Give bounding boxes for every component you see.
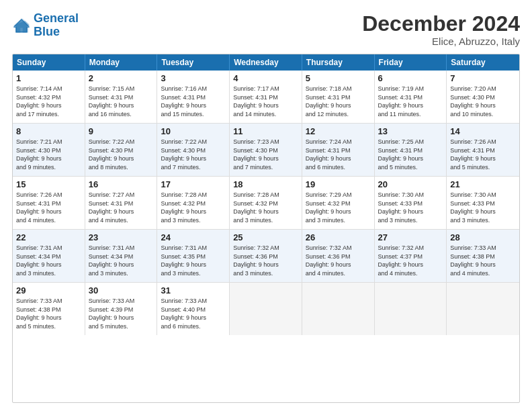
logo-text: General Blue (34, 12, 79, 39)
calendar-cell: 21Sunrise: 7:30 AMSunset: 4:33 PMDayligh… (447, 177, 519, 229)
logo-line2: Blue (34, 25, 60, 38)
day-number: 19 (306, 179, 371, 189)
day-info: Sunrise: 7:31 AMSunset: 4:34 PMDaylight:… (16, 244, 81, 277)
day-number: 31 (161, 285, 226, 295)
day-info: Sunrise: 7:25 AMSunset: 4:31 PMDaylight:… (378, 138, 443, 171)
calendar-cell: 2Sunrise: 7:15 AMSunset: 4:31 PMDaylight… (85, 71, 158, 123)
calendar-row-4: 29Sunrise: 7:33 AMSunset: 4:38 PMDayligh… (13, 282, 519, 335)
day-info: Sunrise: 7:32 AMSunset: 4:36 PMDaylight:… (306, 244, 371, 277)
day-number: 25 (233, 232, 298, 242)
calendar-cell (230, 283, 302, 335)
header: General Blue December 2024 Elice, Abruzz… (12, 12, 520, 47)
calendar-cell: 13Sunrise: 7:25 AMSunset: 4:31 PMDayligh… (375, 124, 447, 176)
calendar-cell: 16Sunrise: 7:27 AMSunset: 4:31 PMDayligh… (85, 177, 158, 229)
calendar-cell: 11Sunrise: 7:23 AMSunset: 4:30 PMDayligh… (230, 124, 302, 176)
calendar-cell: 31Sunrise: 7:33 AMSunset: 4:40 PMDayligh… (157, 283, 230, 335)
calendar-cell: 9Sunrise: 7:22 AMSunset: 4:30 PMDaylight… (85, 124, 158, 176)
calendar-cell (375, 283, 447, 335)
day-number: 18 (233, 179, 298, 189)
header-wednesday: Wednesday (230, 54, 302, 71)
day-info: Sunrise: 7:21 AMSunset: 4:30 PMDaylight:… (16, 138, 81, 171)
day-info: Sunrise: 7:28 AMSunset: 4:32 PMDaylight:… (161, 191, 226, 224)
day-info: Sunrise: 7:30 AMSunset: 4:33 PMDaylight:… (450, 191, 516, 224)
day-number: 11 (233, 126, 298, 136)
calendar-cell: 3Sunrise: 7:16 AMSunset: 4:31 PMDaylight… (157, 71, 230, 123)
calendar-body: 1Sunrise: 7:14 AMSunset: 4:32 PMDaylight… (13, 71, 519, 335)
day-info: Sunrise: 7:24 AMSunset: 4:31 PMDaylight:… (306, 138, 371, 171)
day-info: Sunrise: 7:29 AMSunset: 4:32 PMDaylight:… (306, 191, 371, 224)
calendar-cell: 12Sunrise: 7:24 AMSunset: 4:31 PMDayligh… (302, 124, 375, 176)
day-number: 26 (306, 232, 371, 242)
calendar-cell: 4Sunrise: 7:17 AMSunset: 4:31 PMDaylight… (230, 71, 302, 123)
day-number: 3 (161, 73, 226, 83)
day-number: 1 (16, 73, 81, 83)
day-info: Sunrise: 7:26 AMSunset: 4:31 PMDaylight:… (450, 138, 516, 171)
day-info: Sunrise: 7:23 AMSunset: 4:30 PMDaylight:… (233, 138, 298, 171)
header-monday: Monday (85, 54, 158, 71)
day-number: 21 (450, 179, 516, 189)
day-number: 15 (16, 179, 81, 189)
calendar-cell: 27Sunrise: 7:32 AMSunset: 4:37 PMDayligh… (375, 230, 447, 282)
day-number: 27 (378, 232, 443, 242)
calendar-cell: 22Sunrise: 7:31 AMSunset: 4:34 PMDayligh… (13, 230, 85, 282)
location: Elice, Abruzzo, Italy (362, 36, 520, 47)
day-info: Sunrise: 7:31 AMSunset: 4:35 PMDaylight:… (161, 244, 226, 277)
day-number: 10 (161, 126, 226, 136)
day-info: Sunrise: 7:22 AMSunset: 4:30 PMDaylight:… (89, 138, 154, 171)
calendar-cell: 6Sunrise: 7:19 AMSunset: 4:31 PMDaylight… (375, 71, 447, 123)
day-info: Sunrise: 7:28 AMSunset: 4:32 PMDaylight:… (233, 191, 298, 224)
page: General Blue December 2024 Elice, Abruzz… (0, 0, 532, 411)
calendar-cell: 29Sunrise: 7:33 AMSunset: 4:38 PMDayligh… (13, 283, 85, 335)
calendar-cell: 7Sunrise: 7:20 AMSunset: 4:30 PMDaylight… (447, 71, 519, 123)
day-number: 4 (233, 73, 298, 83)
logo-icon (12, 16, 31, 35)
day-info: Sunrise: 7:31 AMSunset: 4:34 PMDaylight:… (89, 244, 154, 277)
day-info: Sunrise: 7:26 AMSunset: 4:31 PMDaylight:… (16, 191, 81, 224)
month-title: December 2024 (362, 12, 520, 36)
day-number: 29 (16, 285, 81, 295)
calendar-cell: 28Sunrise: 7:33 AMSunset: 4:38 PMDayligh… (447, 230, 519, 282)
calendar-row-2: 15Sunrise: 7:26 AMSunset: 4:31 PMDayligh… (13, 176, 519, 229)
day-number: 2 (89, 73, 154, 83)
day-info: Sunrise: 7:14 AMSunset: 4:32 PMDaylight:… (16, 85, 81, 118)
calendar-cell: 25Sunrise: 7:32 AMSunset: 4:36 PMDayligh… (230, 230, 302, 282)
day-info: Sunrise: 7:33 AMSunset: 4:38 PMDaylight:… (450, 244, 516, 277)
title-block: December 2024 Elice, Abruzzo, Italy (362, 12, 520, 47)
calendar-cell: 20Sunrise: 7:30 AMSunset: 4:33 PMDayligh… (375, 177, 447, 229)
day-info: Sunrise: 7:16 AMSunset: 4:31 PMDaylight:… (161, 85, 226, 118)
calendar-row-1: 8Sunrise: 7:21 AMSunset: 4:30 PMDaylight… (13, 123, 519, 176)
day-info: Sunrise: 7:33 AMSunset: 4:38 PMDaylight:… (16, 297, 81, 330)
day-info: Sunrise: 7:20 AMSunset: 4:30 PMDaylight:… (450, 85, 516, 118)
calendar-row-3: 22Sunrise: 7:31 AMSunset: 4:34 PMDayligh… (13, 229, 519, 282)
day-info: Sunrise: 7:17 AMSunset: 4:31 PMDaylight:… (233, 85, 298, 118)
day-info: Sunrise: 7:19 AMSunset: 4:31 PMDaylight:… (378, 85, 443, 118)
day-number: 17 (161, 179, 226, 189)
day-number: 7 (450, 73, 516, 83)
day-number: 20 (378, 179, 443, 189)
day-number: 6 (378, 73, 443, 83)
day-number: 23 (89, 232, 154, 242)
calendar-cell: 30Sunrise: 7:33 AMSunset: 4:39 PMDayligh… (85, 283, 158, 335)
day-number: 30 (89, 285, 154, 295)
calendar-cell: 23Sunrise: 7:31 AMSunset: 4:34 PMDayligh… (85, 230, 158, 282)
calendar-cell: 8Sunrise: 7:21 AMSunset: 4:30 PMDaylight… (13, 124, 85, 176)
day-info: Sunrise: 7:32 AMSunset: 4:36 PMDaylight:… (233, 244, 298, 277)
logo-line1: General (34, 11, 79, 25)
calendar-cell: 19Sunrise: 7:29 AMSunset: 4:32 PMDayligh… (302, 177, 375, 229)
calendar-cell (447, 283, 519, 335)
header-friday: Friday (375, 54, 447, 71)
calendar-cell: 26Sunrise: 7:32 AMSunset: 4:36 PMDayligh… (302, 230, 375, 282)
logo: General Blue (12, 12, 79, 39)
day-number: 22 (16, 232, 81, 242)
day-info: Sunrise: 7:15 AMSunset: 4:31 PMDaylight:… (89, 85, 154, 118)
day-info: Sunrise: 7:27 AMSunset: 4:31 PMDaylight:… (89, 191, 154, 224)
header-tuesday: Tuesday (157, 54, 230, 71)
calendar-cell: 14Sunrise: 7:26 AMSunset: 4:31 PMDayligh… (447, 124, 519, 176)
calendar-cell: 18Sunrise: 7:28 AMSunset: 4:32 PMDayligh… (230, 177, 302, 229)
day-info: Sunrise: 7:22 AMSunset: 4:30 PMDaylight:… (161, 138, 226, 171)
day-info: Sunrise: 7:33 AMSunset: 4:39 PMDaylight:… (89, 297, 154, 330)
day-number: 24 (161, 232, 226, 242)
day-number: 16 (89, 179, 154, 189)
calendar-header: Sunday Monday Tuesday Wednesday Thursday… (13, 54, 519, 71)
header-thursday: Thursday (302, 54, 375, 71)
